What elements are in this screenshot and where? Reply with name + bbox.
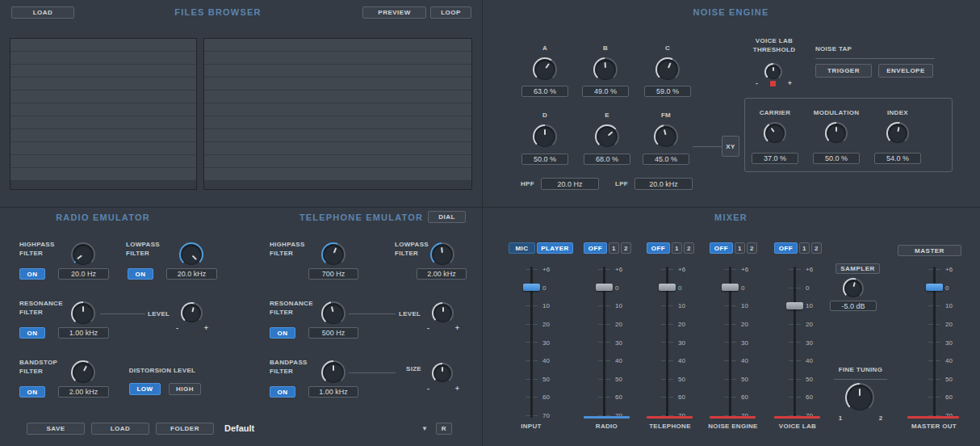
file-row[interactable] <box>204 155 471 168</box>
file-row[interactable] <box>204 142 471 155</box>
voice-lab-threshold-knob[interactable] <box>764 63 782 81</box>
index-value[interactable]: 54.0 % <box>874 153 921 164</box>
file-row[interactable] <box>10 103 196 116</box>
dial-button[interactable]: DIAL <box>428 211 466 223</box>
tel-highpass-value[interactable]: 700 Hz <box>308 268 358 280</box>
tel-level-knob[interactable] <box>432 302 454 324</box>
tel-bandpass-on-button[interactable]: ON <box>270 386 295 398</box>
sampler-button[interactable]: SAMPLER <box>836 263 880 274</box>
master-button[interactable]: MASTER <box>898 245 961 256</box>
noise-fader[interactable]: +6010203040506070 <box>714 267 751 418</box>
radio-resonance-on-button[interactable]: ON <box>19 327 45 339</box>
preview-button[interactable]: PREVIEW <box>362 6 426 19</box>
file-row[interactable] <box>10 116 196 129</box>
fader-handle[interactable] <box>523 284 540 291</box>
noise-knob-e[interactable] <box>595 124 619 149</box>
noise-knob-a[interactable] <box>533 57 557 82</box>
radio-lowpass-value[interactable]: 20.0 kHz <box>166 268 217 280</box>
file-row[interactable] <box>204 103 471 116</box>
fader-handle[interactable] <box>596 284 613 291</box>
radio-route2-button[interactable]: 2 <box>621 242 631 254</box>
distorsion-low-button[interactable]: LOW <box>129 383 161 395</box>
fine-tuning-knob[interactable] <box>845 383 874 412</box>
preset-random-button[interactable]: R <box>436 423 452 435</box>
file-row[interactable] <box>204 129 471 142</box>
tel-bandpass-knob[interactable] <box>321 360 346 385</box>
modulation-knob[interactable] <box>825 122 848 145</box>
file-row[interactable] <box>204 116 471 129</box>
file-row[interactable] <box>10 168 196 181</box>
mic-button[interactable]: MIC <box>509 242 535 254</box>
voicelab-route1-button[interactable]: 1 <box>799 242 810 254</box>
file-row[interactable] <box>204 78 471 90</box>
noise-knob-b-value[interactable]: 49.0 % <box>582 86 629 97</box>
preset-load-button[interactable]: LOAD <box>91 423 149 435</box>
radio-highpass-on-button[interactable]: ON <box>19 268 45 280</box>
index-knob[interactable] <box>886 122 909 145</box>
radio-lowpass-knob[interactable] <box>179 242 203 267</box>
envelope-button[interactable]: ENVELOPE <box>878 64 933 78</box>
file-row[interactable] <box>204 168 471 181</box>
telephone-fader[interactable]: +6010203040506070 <box>651 267 688 418</box>
file-row[interactable] <box>10 39 196 52</box>
fader-handle[interactable] <box>786 302 803 309</box>
sampler-value[interactable]: -5.0 dB <box>830 301 877 311</box>
modulation-value[interactable]: 50.0 % <box>813 153 860 164</box>
preset-folder-button[interactable]: FOLDER <box>156 423 214 435</box>
file-row[interactable] <box>10 142 196 155</box>
telephone-route2-button[interactable]: 2 <box>684 242 694 254</box>
fader-handle[interactable] <box>926 284 943 291</box>
file-row[interactable] <box>10 155 196 168</box>
trigger-button[interactable]: TRIGGER <box>815 64 872 78</box>
file-row[interactable] <box>204 90 471 103</box>
tel-resonance-on-button[interactable]: ON <box>270 327 295 339</box>
file-row[interactable] <box>204 65 471 78</box>
file-row[interactable] <box>204 52 471 65</box>
file-row[interactable] <box>10 129 196 142</box>
noise-route1-button[interactable]: 1 <box>735 242 745 254</box>
radio-bandstop-value[interactable]: 2.00 kHz <box>58 386 109 398</box>
tel-size-knob[interactable] <box>432 363 453 384</box>
noise-knob-fm-value[interactable]: 45.0 % <box>643 154 689 165</box>
file-row[interactable] <box>10 90 196 103</box>
file-list-files[interactable] <box>203 38 472 190</box>
tel-resonance-knob[interactable] <box>321 301 346 326</box>
radio-bandstop-knob[interactable] <box>71 360 95 385</box>
noise-route2-button[interactable]: 2 <box>747 242 757 254</box>
noise-knob-d[interactable] <box>533 124 557 149</box>
tel-bandpass-value[interactable]: 1.00 kHz <box>308 386 358 398</box>
tel-lowpass-knob[interactable] <box>430 242 454 267</box>
telephone-route1-button[interactable]: 1 <box>672 242 682 254</box>
telephone-off-button[interactable]: OFF <box>647 242 670 254</box>
noise-knob-c-value[interactable]: 59.0 % <box>644 86 691 97</box>
fader-handle[interactable] <box>659 284 676 291</box>
voicelab-off-button[interactable]: OFF <box>774 242 798 254</box>
fader-handle[interactable] <box>722 284 739 291</box>
radio-fader[interactable]: +6010203040506070 <box>588 267 625 418</box>
radio-resonance-knob[interactable] <box>71 301 95 326</box>
preset-selector[interactable]: Default ▼ <box>224 421 428 435</box>
xy-pad-button[interactable]: XY <box>722 136 739 157</box>
noise-knob-b[interactable] <box>593 57 618 82</box>
noise-knob-e-value[interactable]: 68.0 % <box>584 154 630 165</box>
radio-resonance-value[interactable]: 1.00 kHz <box>58 327 109 339</box>
tel-lowpass-value[interactable]: 2.00 kHz <box>417 268 467 280</box>
voicelab-route2-button[interactable]: 2 <box>811 242 822 254</box>
radio-highpass-knob[interactable] <box>71 242 95 267</box>
radio-bandstop-on-button[interactable]: ON <box>19 386 45 398</box>
radio-lowpass-on-button[interactable]: ON <box>128 268 153 280</box>
loop-button[interactable]: LOOP <box>430 6 471 19</box>
master-fader[interactable]: +6010203040506070 <box>918 267 955 418</box>
preset-save-button[interactable]: SAVE <box>27 423 85 435</box>
radio-off-button[interactable]: OFF <box>584 242 607 254</box>
file-row[interactable] <box>10 78 196 90</box>
radio-highpass-value[interactable]: 20.0 Hz <box>58 268 109 280</box>
noise-knob-a-value[interactable]: 63.0 % <box>521 86 568 97</box>
input-fader[interactable]: +6010203040506070 <box>515 267 552 418</box>
carrier-knob[interactable] <box>764 122 786 145</box>
noise-knob-fm[interactable] <box>654 124 678 149</box>
sampler-knob[interactable] <box>843 278 864 299</box>
hpf-value[interactable]: 20.0 Hz <box>541 178 599 190</box>
lpf-value[interactable]: 20.0 kHz <box>634 178 693 190</box>
radio-route1-button[interactable]: 1 <box>609 242 619 254</box>
